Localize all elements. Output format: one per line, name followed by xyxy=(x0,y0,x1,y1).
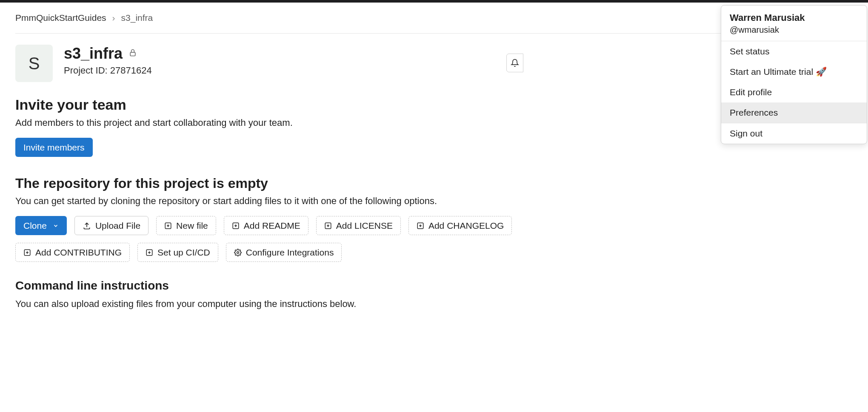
menu-item-preferences[interactable]: Preferences xyxy=(721,102,867,123)
menu-item-sign-out[interactable]: Sign out xyxy=(721,123,867,144)
user-menu-name: Warren Marusiak xyxy=(730,12,858,23)
plus-square-icon xyxy=(146,249,153,256)
project-avatar: S xyxy=(15,45,53,82)
user-menu-header: Warren Marusiak @wmarusiak xyxy=(721,6,867,41)
plus-square-icon xyxy=(23,249,31,256)
user-menu-handle: @wmarusiak xyxy=(730,25,858,35)
project-id: Project ID: 27871624 xyxy=(64,65,152,76)
page-content: Warren Marusiak @wmarusiak Set status St… xyxy=(0,3,868,329)
plus-square-icon xyxy=(417,222,424,230)
user-menu-dropdown: Warren Marusiak @wmarusiak Set status St… xyxy=(721,5,867,144)
configure-integrations-button[interactable]: Configure Integrations xyxy=(226,243,342,262)
add-readme-button[interactable]: Add README xyxy=(224,216,308,235)
setup-cicd-button[interactable]: Set up CI/CD xyxy=(137,243,218,262)
menu-item-start-trial[interactable]: Start an Ultimate trial 🚀 xyxy=(721,62,867,82)
breadcrumb-separator: › xyxy=(112,13,115,23)
chevron-down-icon xyxy=(53,223,59,229)
cli-title: Command line instructions xyxy=(15,279,853,293)
add-changelog-button[interactable]: Add CHANGELOG xyxy=(408,216,512,235)
svg-point-7 xyxy=(237,251,239,253)
upload-file-button[interactable]: Upload File xyxy=(74,216,148,235)
breadcrumb-current: s3_infra xyxy=(121,13,153,23)
clone-button-label: Clone xyxy=(23,221,47,230)
gear-icon xyxy=(234,249,242,256)
lock-icon xyxy=(128,48,137,59)
add-contributing-label: Add CONTRIBUTING xyxy=(35,247,122,257)
notifications-button[interactable] xyxy=(506,54,523,72)
configure-integrations-label: Configure Integrations xyxy=(246,247,334,257)
upload-icon xyxy=(83,222,91,230)
add-license-label: Add LICENSE xyxy=(336,221,393,230)
add-changelog-label: Add CHANGELOG xyxy=(428,221,504,230)
empty-repo-desc: You can get started by cloning the repos… xyxy=(15,196,853,207)
repo-actions-row: Clone Upload File New file Add README Ad… xyxy=(15,216,585,262)
setup-cicd-label: Set up CI/CD xyxy=(157,247,210,257)
bell-icon xyxy=(511,59,519,67)
svg-rect-0 xyxy=(130,52,135,56)
invite-members-button[interactable]: Invite members xyxy=(15,138,93,157)
menu-item-edit-profile[interactable]: Edit profile xyxy=(721,82,867,102)
project-title: s3_infra xyxy=(64,45,123,63)
empty-repo-title: The repository for this project is empty xyxy=(15,176,853,191)
menu-item-set-status[interactable]: Set status xyxy=(721,41,867,62)
plus-square-icon xyxy=(164,222,172,230)
add-license-button[interactable]: Add LICENSE xyxy=(316,216,401,235)
cli-desc: You can also upload existing files from … xyxy=(15,298,853,310)
new-file-label: New file xyxy=(176,221,208,230)
add-contributing-button[interactable]: Add CONTRIBUTING xyxy=(15,243,130,262)
breadcrumb-parent[interactable]: PmmQuickStartGuides xyxy=(15,13,106,23)
clone-button[interactable]: Clone xyxy=(15,216,67,235)
plus-square-icon xyxy=(324,222,332,230)
add-readme-label: Add README xyxy=(244,221,300,230)
upload-file-label: Upload File xyxy=(95,221,140,230)
plus-square-icon xyxy=(232,222,240,230)
new-file-button[interactable]: New file xyxy=(156,216,216,235)
